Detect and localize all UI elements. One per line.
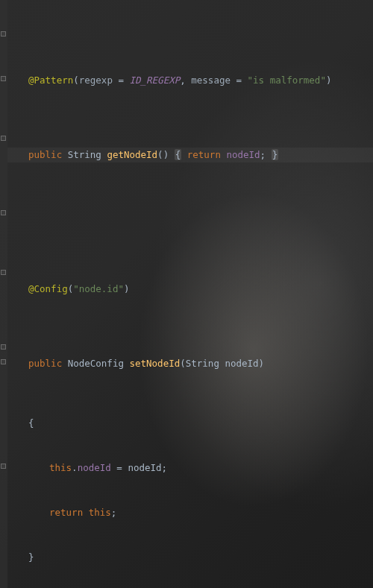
brace-match: } xyxy=(272,149,279,160)
fold-marker[interactable] xyxy=(1,359,6,364)
brace-match: { xyxy=(175,149,182,160)
code-line: public NodeConfig setNodeId(String nodeI… xyxy=(7,356,373,371)
param-name: message xyxy=(191,75,231,86)
param-name: regexp xyxy=(79,75,113,86)
annotation: @Pattern xyxy=(28,75,73,86)
fold-marker[interactable] xyxy=(1,31,6,37)
folding-gutter xyxy=(0,0,7,588)
code-line: @Config("node.id") xyxy=(7,282,373,297)
code-line: } xyxy=(7,550,373,565)
blank-line xyxy=(7,207,373,222)
fold-marker[interactable] xyxy=(1,210,6,215)
string-literal: "is malformed" xyxy=(248,75,326,86)
code-line: this.nodeId = nodeId; xyxy=(7,461,373,475)
fold-marker[interactable] xyxy=(1,136,6,141)
code-area[interactable]: @Pattern(regexp = ID_REGEXP, message = "… xyxy=(7,0,373,588)
code-line: public String getNodeId() { return nodeI… xyxy=(7,148,373,162)
constant: ID_REGEXP xyxy=(129,75,180,86)
type: String xyxy=(68,149,101,160)
field: nodeId xyxy=(226,149,260,160)
method-name: getNodeId xyxy=(107,149,157,160)
fold-marker[interactable] xyxy=(1,76,6,81)
fold-marker[interactable] xyxy=(1,464,6,469)
fold-marker[interactable] xyxy=(1,270,6,275)
code-editor[interactable]: @Pattern(regexp = ID_REGEXP, message = "… xyxy=(0,0,373,588)
code-line: { xyxy=(7,416,373,431)
code-line: @Pattern(regexp = ID_REGEXP, message = "… xyxy=(7,73,373,88)
code-line: return this; xyxy=(7,505,373,520)
fold-marker[interactable] xyxy=(1,344,6,350)
keyword: public xyxy=(28,149,62,160)
